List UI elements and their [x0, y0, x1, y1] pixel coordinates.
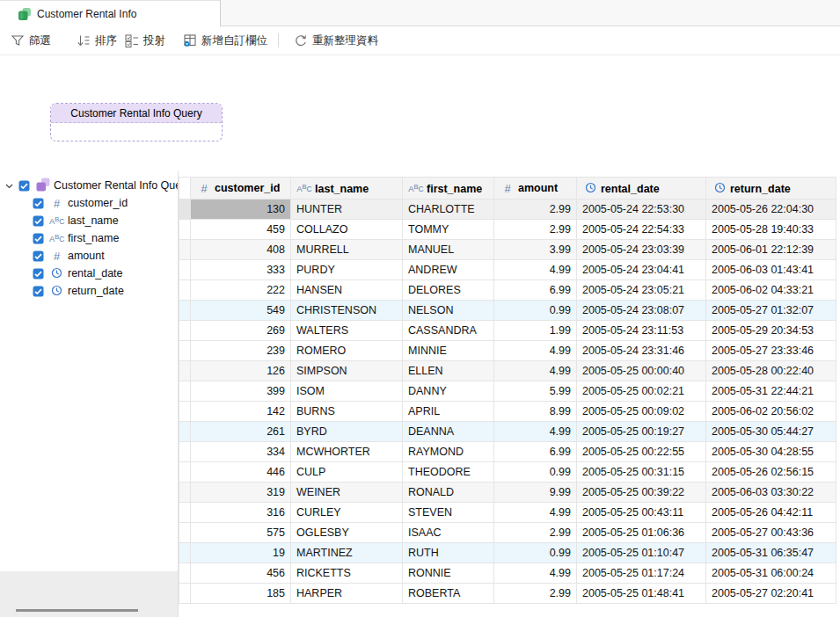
row-gutter[interactable] — [179, 584, 191, 604]
cell-last_name[interactable]: HARPER — [291, 584, 403, 604]
row-gutter[interactable] — [179, 301, 191, 321]
cell-last_name[interactable]: BYRD — [291, 422, 403, 442]
cell-first_name[interactable]: RONALD — [403, 483, 494, 503]
row-gutter[interactable] — [179, 402, 191, 422]
cell-return_date[interactable]: 2005-05-27 01:32:07 — [706, 301, 836, 321]
cell-amount[interactable]: 0.99 — [494, 543, 577, 563]
cell-customer_id[interactable]: 456 — [191, 563, 291, 584]
cell-first_name[interactable]: CASSANDRA — [403, 321, 494, 341]
cell-first_name[interactable]: DANNY — [403, 381, 494, 402]
checkbox-checked[interactable] — [33, 250, 44, 262]
row-gutter[interactable] — [179, 280, 191, 301]
cell-last_name[interactable]: MURRELL — [291, 240, 403, 260]
checkbox-checked[interactable] — [33, 198, 44, 209]
cell-rental_date[interactable]: 2005-05-24 23:04:41 — [577, 260, 706, 280]
column-header-first_name[interactable]: ABCfirst_name — [403, 178, 494, 200]
row-gutter[interactable] — [179, 543, 191, 563]
tab-customer-rental-info[interactable]: Customer Rental Info — [0, 0, 221, 26]
cell-customer_id[interactable]: 185 — [191, 584, 291, 604]
tree-field-customer_id[interactable]: #customer_id — [0, 194, 178, 212]
cell-rental_date[interactable]: 2005-05-25 00:09:02 — [577, 402, 706, 422]
cell-amount[interactable]: 4.99 — [494, 503, 577, 523]
row-gutter[interactable] — [179, 483, 191, 503]
row-gutter[interactable] — [179, 200, 191, 220]
cell-last_name[interactable]: WEINER — [291, 483, 403, 503]
projection-button[interactable]: 投射 — [125, 33, 165, 48]
cell-first_name[interactable]: ANDREW — [403, 260, 494, 280]
cell-amount[interactable]: 8.99 — [494, 402, 577, 422]
cell-return_date[interactable]: 2005-05-30 04:28:55 — [706, 442, 836, 462]
cell-return_date[interactable]: 2005-06-01 22:12:39 — [706, 240, 836, 260]
checkbox-checked[interactable] — [33, 268, 44, 279]
row-gutter[interactable] — [179, 381, 191, 402]
cell-last_name[interactable]: MARTINEZ — [291, 543, 403, 563]
cell-last_name[interactable]: ISOM — [291, 381, 403, 402]
cell-return_date[interactable]: 2005-05-27 00:43:36 — [706, 523, 836, 543]
cell-customer_id[interactable]: 399 — [191, 381, 291, 402]
tree-field-amount[interactable]: #amount — [0, 247, 178, 265]
corner-cell[interactable] — [179, 178, 191, 200]
cell-amount[interactable]: 4.99 — [494, 341, 577, 361]
cell-amount[interactable]: 6.99 — [494, 442, 577, 462]
cell-first_name[interactable]: CHARLOTTE — [403, 200, 494, 220]
cell-customer_id[interactable]: 130 — [191, 200, 291, 220]
cell-last_name[interactable]: COLLAZO — [291, 220, 403, 240]
cell-return_date[interactable]: 2005-05-27 02:20:41 — [706, 584, 836, 604]
cell-customer_id[interactable]: 261 — [191, 422, 291, 442]
cell-customer_id[interactable]: 239 — [191, 341, 291, 361]
cell-rental_date[interactable]: 2005-05-24 23:03:39 — [577, 240, 706, 260]
cell-first_name[interactable]: APRIL — [403, 402, 494, 422]
column-header-rental_date[interactable]: rental_date — [577, 178, 706, 200]
row-gutter[interactable] — [179, 341, 191, 361]
cell-return_date[interactable]: 2005-06-03 03:30:22 — [706, 483, 836, 503]
cell-customer_id[interactable]: 334 — [191, 442, 291, 462]
cell-rental_date[interactable]: 2005-05-24 22:54:33 — [577, 220, 706, 240]
checkbox-checked[interactable] — [18, 180, 30, 192]
cell-customer_id[interactable]: 222 — [191, 280, 291, 301]
cell-first_name[interactable]: RAYMOND — [403, 442, 494, 462]
row-gutter[interactable] — [179, 462, 191, 483]
cell-amount[interactable]: 2.99 — [494, 220, 577, 240]
cell-last_name[interactable]: RICKETTS — [291, 563, 403, 584]
row-gutter[interactable] — [179, 503, 191, 523]
tree-root-item[interactable]: Customer Rental Info Quer — [0, 177, 178, 194]
cell-amount[interactable]: 2.99 — [494, 523, 577, 543]
cell-rental_date[interactable]: 2005-05-25 01:17:24 — [577, 563, 706, 584]
cell-first_name[interactable]: MINNIE — [403, 341, 494, 361]
cell-customer_id[interactable]: 333 — [191, 260, 291, 280]
row-gutter[interactable] — [179, 321, 191, 341]
row-gutter[interactable] — [179, 220, 191, 240]
cell-last_name[interactable]: SIMPSON — [291, 361, 403, 381]
cell-rental_date[interactable]: 2005-05-25 01:06:36 — [577, 523, 706, 543]
cell-amount[interactable]: 1.99 — [494, 321, 577, 341]
cell-amount[interactable]: 4.99 — [494, 422, 577, 442]
cell-amount[interactable]: 4.99 — [494, 563, 577, 584]
cell-last_name[interactable]: BURNS — [291, 402, 403, 422]
cell-customer_id[interactable]: 446 — [191, 462, 291, 483]
column-header-return_date[interactable]: return_date — [706, 178, 836, 200]
cell-return_date[interactable]: 2005-05-30 05:44:27 — [706, 422, 836, 442]
tree-field-return_date[interactable]: return_date — [0, 282, 178, 300]
cell-rental_date[interactable]: 2005-05-25 00:31:15 — [577, 462, 706, 483]
checkbox-checked[interactable] — [33, 286, 44, 297]
cell-return_date[interactable]: 2005-05-26 22:04:30 — [706, 200, 836, 220]
chevron-down-icon[interactable] — [4, 180, 15, 192]
cell-last_name[interactable]: CURLEY — [291, 503, 403, 523]
cell-rental_date[interactable]: 2005-05-25 00:02:21 — [577, 381, 706, 402]
cell-last_name[interactable]: OGLESBY — [291, 523, 403, 543]
row-gutter[interactable] — [179, 442, 191, 462]
cell-rental_date[interactable]: 2005-05-24 22:53:30 — [577, 200, 706, 220]
cell-last_name[interactable]: ROMERO — [291, 341, 403, 361]
add-custom-column-button[interactable]: 新增自訂欄位 — [183, 33, 267, 48]
cell-first_name[interactable]: RUTH — [403, 543, 494, 563]
cell-first_name[interactable]: ROBERTA — [403, 584, 494, 604]
cell-last_name[interactable]: PURDY — [291, 260, 403, 280]
row-gutter[interactable] — [179, 361, 191, 381]
cell-return_date[interactable]: 2005-05-31 06:00:24 — [706, 563, 836, 584]
refresh-button[interactable]: 重新整理資料 — [294, 33, 378, 48]
cell-customer_id[interactable]: 459 — [191, 220, 291, 240]
horizontal-scrollbar[interactable] — [16, 609, 138, 612]
cell-customer_id[interactable]: 19 — [191, 543, 291, 563]
cell-last_name[interactable]: MCWHORTER — [291, 442, 403, 462]
cell-rental_date[interactable]: 2005-05-25 00:00:40 — [577, 361, 706, 381]
